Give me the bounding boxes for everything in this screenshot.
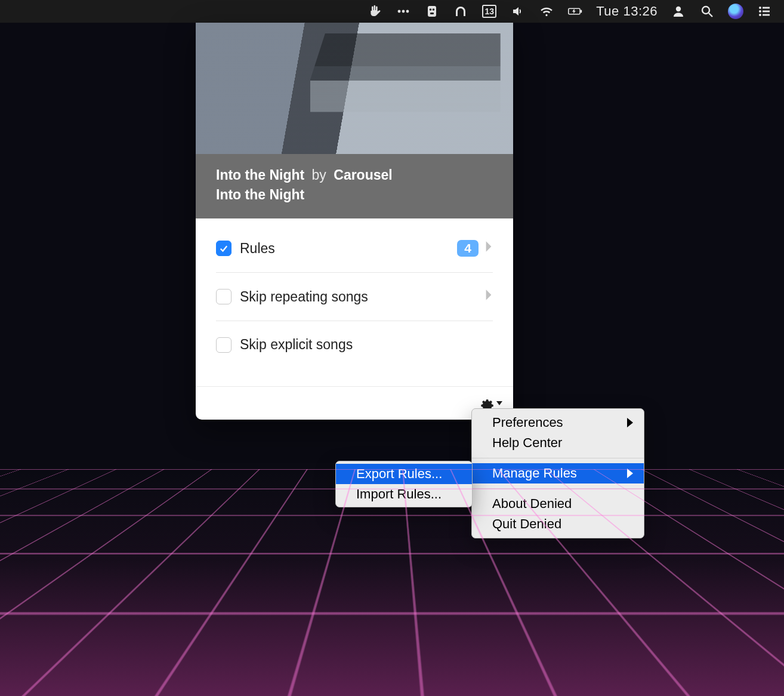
rock-hand-icon[interactable] bbox=[367, 4, 382, 19]
svg-point-0 bbox=[398, 10, 401, 13]
svg-line-11 bbox=[709, 13, 712, 17]
album-art bbox=[196, 23, 513, 154]
menu-item-label: Import Rules... bbox=[356, 486, 442, 501]
menu-item-help-center[interactable]: Help Center bbox=[472, 433, 644, 453]
track-meta: Into the Night by Carousel Into the Nigh… bbox=[196, 154, 513, 218]
notification-center-icon[interactable] bbox=[757, 4, 772, 19]
svg-point-16 bbox=[759, 14, 761, 16]
menu-item-preferences[interactable]: Preferences bbox=[472, 412, 644, 433]
checkbox-skip-repeating[interactable] bbox=[216, 289, 232, 304]
ellipsis-icon[interactable] bbox=[396, 4, 411, 19]
submenu-arrow-icon bbox=[627, 469, 633, 478]
setting-row-rules[interactable]: Rules 4 bbox=[216, 224, 493, 273]
manage-rules-submenu: Export Rules... Import Rules... bbox=[335, 461, 473, 507]
menu-item-label: About Denied bbox=[492, 496, 572, 512]
svg-rect-3 bbox=[428, 6, 436, 17]
popover-footer bbox=[196, 386, 513, 420]
app-popover: Into the Night by Carousel Into the Nigh… bbox=[196, 23, 513, 420]
svg-point-12 bbox=[759, 7, 761, 9]
track-album: Into the Night bbox=[216, 186, 493, 204]
setting-row-skip-repeating[interactable]: Skip repeating songs bbox=[216, 273, 493, 321]
menu-item-label: Manage Rules bbox=[492, 466, 577, 481]
caret-down-icon bbox=[496, 401, 502, 405]
volume-icon[interactable] bbox=[510, 4, 526, 19]
setting-label: Rules bbox=[240, 241, 457, 257]
battery-charging-icon[interactable] bbox=[567, 4, 583, 19]
arch-icon[interactable] bbox=[453, 4, 468, 19]
svg-rect-17 bbox=[763, 14, 770, 16]
svg-point-10 bbox=[702, 7, 709, 14]
setting-row-skip-explicit[interactable]: Skip explicit songs bbox=[216, 321, 493, 368]
svg-point-5 bbox=[433, 8, 435, 11]
svg-point-9 bbox=[676, 7, 681, 11]
menu-item-quit[interactable]: Quit Denied bbox=[472, 514, 644, 534]
svg-point-1 bbox=[402, 10, 405, 13]
menubar-clock[interactable]: Tue 13:26 bbox=[596, 4, 658, 19]
menu-item-manage-rules[interactable]: Manage Rules bbox=[472, 463, 644, 483]
user-icon[interactable] bbox=[671, 4, 686, 19]
calendar-icon[interactable]: 13 bbox=[481, 4, 497, 19]
track-title: Into the Night bbox=[216, 167, 304, 183]
settings-list: Rules 4 Skip repeating songs Skip explic… bbox=[196, 218, 513, 368]
svg-rect-6 bbox=[430, 13, 434, 14]
menubar: 13 Tue 13:26 bbox=[0, 0, 784, 23]
rules-count-badge: 4 bbox=[457, 240, 479, 257]
menu-item-label: Quit Denied bbox=[492, 516, 561, 532]
svg-point-2 bbox=[406, 10, 409, 13]
setting-label: Skip explicit songs bbox=[240, 337, 493, 353]
chevron-right-icon bbox=[484, 240, 493, 257]
checkbox-skip-explicit[interactable] bbox=[216, 337, 232, 353]
setting-label: Skip repeating songs bbox=[240, 289, 484, 305]
track-artist: Carousel bbox=[334, 167, 392, 183]
gear-context-menu: Preferences Help Center Manage Rules Abo… bbox=[471, 408, 644, 538]
svg-point-14 bbox=[759, 10, 761, 13]
chevron-right-icon bbox=[484, 288, 493, 305]
menu-item-about[interactable]: About Denied bbox=[472, 494, 644, 514]
submenu-item-export-rules[interactable]: Export Rules... bbox=[336, 464, 472, 484]
menu-item-label: Help Center bbox=[492, 435, 562, 451]
svg-rect-13 bbox=[763, 7, 770, 9]
siri-icon[interactable] bbox=[728, 4, 743, 19]
svg-rect-8 bbox=[581, 10, 582, 13]
menu-item-label: Export Rules... bbox=[356, 466, 442, 481]
submenu-item-import-rules[interactable]: Import Rules... bbox=[336, 484, 472, 504]
svg-point-4 bbox=[430, 8, 432, 11]
calendar-day: 13 bbox=[482, 5, 496, 18]
checkbox-rules[interactable] bbox=[216, 241, 232, 256]
menu-item-label: Preferences bbox=[492, 415, 563, 430]
menu-separator bbox=[472, 488, 644, 489]
submenu-arrow-icon bbox=[627, 418, 633, 427]
wifi-icon[interactable] bbox=[539, 4, 554, 19]
plug-icon[interactable] bbox=[424, 4, 440, 19]
spotlight-search-icon[interactable] bbox=[699, 4, 715, 19]
menu-separator bbox=[472, 458, 644, 458]
track-by-label: by bbox=[312, 167, 326, 183]
svg-rect-15 bbox=[763, 11, 770, 13]
